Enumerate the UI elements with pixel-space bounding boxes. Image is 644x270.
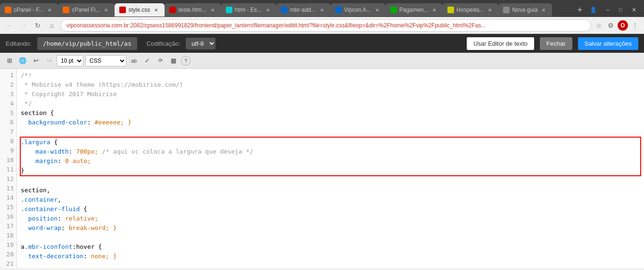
tab-tab8[interactable]: Pagamen...✕	[386, 3, 443, 16]
tab-tab9[interactable]: Hospeda...✕	[443, 3, 498, 16]
code-line: word-wrap: break-word; }	[21, 223, 640, 233]
profile-icon[interactable]: 👤	[586, 5, 601, 15]
editing-path: /home/vip/public_html/as	[37, 37, 137, 50]
code-line: * Mobirise v4 theme (https://mobirise.co…	[21, 80, 640, 90]
line-number: 4	[3, 99, 14, 108]
tab-label-tab5: html - Es...	[235, 7, 262, 13]
tab-close-tab8[interactable]: ✕	[430, 6, 438, 14]
tab-close-tab10[interactable]: ✕	[540, 6, 547, 14]
address-input[interactable]	[60, 19, 591, 32]
refresh-toolbar-button[interactable]: ⟳	[155, 55, 166, 66]
tab-label-tab2: cPanel Fi...	[72, 7, 100, 13]
browser-chrome: cPanel - F...✕cPanel Fi...✕style.css✕tes…	[0, 0, 644, 34]
home-button[interactable]: ⌂	[46, 20, 58, 31]
line-numbers: 1234567891011121314151617181920212223242…	[0, 69, 17, 268]
code-line	[21, 261, 640, 268]
font-size-select[interactable]: 10 pt 12 pt 14 pt	[57, 55, 83, 66]
tab-close-tab5[interactable]: ✕	[264, 6, 272, 14]
search-toolbar-button[interactable]: ⊞	[4, 55, 15, 66]
tab-close-tab2[interactable]: ✕	[102, 6, 110, 14]
forward-button[interactable]: →	[18, 20, 29, 31]
tab-tab7[interactable]: Vipcon A...✕	[330, 3, 386, 16]
undo-button[interactable]: ↩	[30, 55, 41, 66]
encoding-select[interactable]: utf-8	[186, 38, 215, 49]
address-right-icons: ☆ ⚙ O ⋮	[594, 20, 640, 31]
tab-favicon-tab9	[447, 7, 454, 13]
code-line: a.mbr-iconfont:hover {	[21, 242, 640, 252]
line-number: 13	[3, 184, 14, 193]
highlighted-block: .largura { max-width: 700px; /* aqui vc …	[20, 137, 641, 176]
code-line: section,	[21, 186, 640, 195]
tab-close-tab1[interactable]: ✕	[46, 6, 53, 14]
address-bar: ← → ↻ ⌂ ☆ ⚙ O ⋮	[0, 17, 644, 34]
refresh-button[interactable]: ↻	[32, 20, 43, 31]
line-number: 16	[3, 212, 14, 221]
code-line: }	[21, 166, 640, 175]
tab-tab1[interactable]: cPanel - F...✕	[0, 3, 58, 16]
line-number: 5	[3, 108, 14, 118]
line-number: 2	[3, 80, 14, 90]
opera-icon[interactable]: O	[618, 20, 628, 31]
view-button[interactable]: ▦	[168, 55, 179, 66]
window-controls: 👤 – □ ✕	[586, 5, 644, 15]
tab-favicon-tab5	[226, 7, 232, 13]
code-line: section {	[21, 108, 640, 118]
code-line: .largura {	[21, 138, 640, 147]
encoding-label: Codificação:	[147, 40, 181, 47]
redo-button[interactable]: ↪	[43, 55, 55, 66]
tab-tab6[interactable]: mbr-add...✕	[276, 3, 330, 16]
tab-close-tab6[interactable]: ✕	[318, 6, 326, 14]
text-editor-button[interactable]: Usar Editor de texto	[467, 37, 534, 50]
code-line	[21, 176, 640, 186]
code-line	[21, 127, 640, 137]
code-line: .container,	[21, 195, 640, 205]
maximize-button[interactable]: □	[615, 5, 626, 15]
line-number: 1	[3, 71, 14, 80]
line-number: 19	[3, 240, 14, 250]
spellcheck-button[interactable]: ab	[128, 55, 140, 66]
close-button[interactable]: ✕	[628, 5, 640, 15]
line-number: 11	[3, 165, 14, 174]
close-button-editor[interactable]: Fechar	[540, 37, 572, 50]
line-number: 12	[3, 174, 14, 184]
tab-tab2[interactable]: cPanel Fi...✕	[58, 3, 115, 16]
more-options-icon[interactable]: ⋮	[630, 21, 640, 30]
code-line: max-width: 700px; /* aqui vc coloca a la…	[21, 147, 640, 156]
tab-favicon-tab4	[169, 7, 176, 13]
tab-close-tab4[interactable]: ✕	[209, 6, 216, 14]
line-number: 6	[3, 118, 14, 127]
help-button[interactable]: ?	[181, 56, 190, 65]
line-number: 18	[3, 231, 14, 240]
line-number: 14	[3, 193, 14, 203]
tab-tab5[interactable]: html - Es...✕	[221, 3, 276, 16]
code-line: */	[21, 99, 640, 108]
extensions-icon[interactable]: ⚙	[606, 21, 616, 30]
tab-tab10[interactable]: Nova guia✕	[498, 3, 552, 16]
globe-toolbar-button[interactable]: 🌐	[17, 55, 28, 66]
tab-tab4[interactable]: teste.htm...✕	[165, 3, 221, 16]
tab-label-tab6: mbr-add...	[290, 7, 316, 13]
new-tab-button[interactable]: +	[574, 5, 586, 15]
editor-toolbar: ⊞ 🌐 ↩ ↪ 10 pt 12 pt 14 pt CSS HTML JavaS…	[0, 53, 644, 69]
tab-close-tab7[interactable]: ✕	[373, 6, 381, 14]
tab-close-tab3[interactable]: ✕	[152, 6, 160, 14]
code-line: position: relative;	[21, 214, 640, 223]
line-number: 17	[3, 221, 14, 231]
line-number: 21	[3, 259, 14, 268]
language-select[interactable]: CSS HTML JavaScript	[85, 55, 126, 66]
code-line: background-color: #eeeeee; }	[21, 118, 640, 127]
tab-label-tab4: teste.htm...	[178, 7, 206, 13]
tab-label-tab7: Vipcon A...	[344, 7, 371, 13]
bookmark-icon[interactable]: ☆	[594, 21, 604, 30]
back-button[interactable]: ←	[4, 20, 15, 31]
tab-favicon-tab7	[335, 7, 342, 13]
minimize-button[interactable]: –	[603, 5, 613, 15]
code-line: * Copyright 2017 Mobirise	[21, 90, 640, 99]
save-button[interactable]: Salvar alterações	[578, 37, 638, 50]
tab-close-tab9[interactable]: ✕	[486, 6, 494, 14]
code-content[interactable]: /*! * Mobirise v4 theme (https://mobiris…	[17, 69, 644, 268]
tab-favicon-tab1	[5, 7, 11, 13]
code-line: margin: 0 auto;	[21, 156, 640, 166]
tab-tab3[interactable]: style.css✕	[115, 3, 165, 16]
checkmark-button[interactable]: ✓	[141, 55, 153, 66]
